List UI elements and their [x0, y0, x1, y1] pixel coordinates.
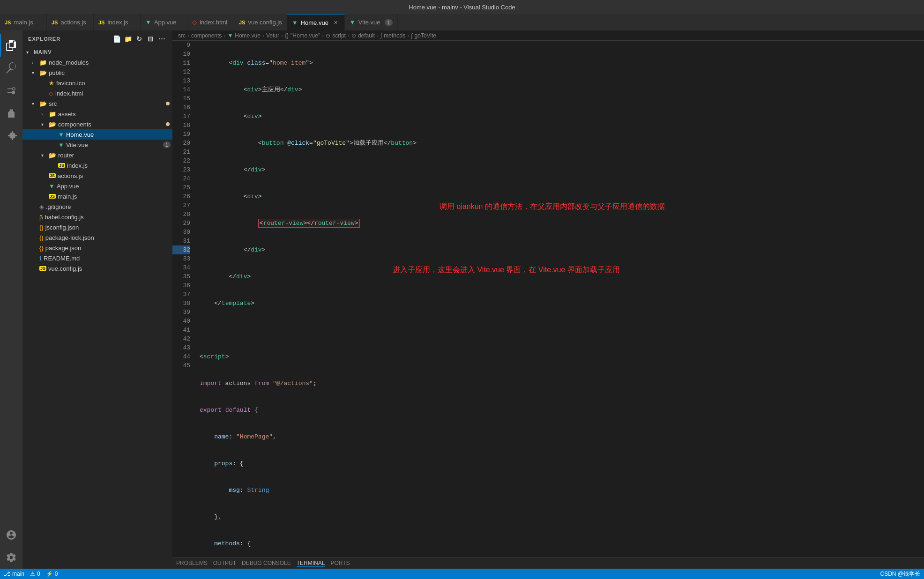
tree-item-label: favicon.ico	[56, 80, 172, 87]
activity-accounts[interactable]	[0, 524, 22, 546]
tree-item-label: Home.vue	[66, 131, 172, 138]
tree-item-label: App.vue	[57, 183, 172, 190]
collapse-all-button[interactable]: ⊟	[146, 34, 156, 44]
editor-content[interactable]: 9 10 11 12 13 14 15 16 17 18 19 20 21 22…	[172, 41, 924, 557]
breadcrumb-part: components	[191, 32, 222, 39]
breadcrumb-part: ∫	[380, 32, 382, 39]
tab-index-js[interactable]: JS index.js	[94, 14, 141, 30]
modified-dot	[166, 122, 170, 126]
terminal-tab[interactable]: TERMINAL	[297, 560, 325, 567]
activity-search[interactable]	[0, 57, 22, 79]
tree-main-js[interactable]: JS main.js	[22, 191, 172, 201]
tree-package-lock[interactable]: {} package-lock.json	[22, 232, 172, 243]
line-numbers: 9 10 11 12 13 14 15 16 17 18 19 20 21 22…	[172, 41, 196, 557]
tree-components[interactable]: ▾ 📂 components	[22, 119, 172, 129]
vue-icon: ▼	[292, 19, 298, 26]
more-button[interactable]: ···	[157, 34, 167, 44]
tree-src[interactable]: ▾ 📂 src	[22, 98, 172, 109]
code-line-21: import actions from "@/actions";	[200, 379, 924, 388]
title-bar: Home.vue - mainv - Visual Studio Code	[0, 0, 924, 14]
ports-tab[interactable]: PORTS	[330, 560, 350, 566]
tree-vue-config-js[interactable]: JS vue.config.js	[22, 263, 172, 274]
tab-label: main.js	[14, 19, 33, 26]
router-view-highlight: <router-view></router-view>	[258, 219, 360, 228]
tree-favicon[interactable]: ★ favicon.ico	[22, 78, 172, 88]
breadcrumb-part: ▼	[227, 32, 233, 39]
tree-item-label: index.html	[55, 90, 172, 97]
html-icon: ◇	[192, 19, 197, 26]
tree-index-html-public[interactable]: ◇ index.html	[22, 88, 172, 98]
activity-run-debug[interactable]	[0, 102, 22, 124]
arrow-icon: ›	[41, 111, 49, 117]
refresh-button[interactable]: ↻	[135, 34, 144, 44]
tab-vue-config-js[interactable]: JS vue.config.js	[234, 14, 287, 30]
tab-vite-vue[interactable]: ▼ Vite.vue 1	[345, 14, 398, 30]
arrow-icon: ▾	[26, 50, 34, 55]
tree-public[interactable]: ▾ 📂 public	[22, 67, 172, 78]
code-line-23: name: "HomePage",	[200, 432, 924, 441]
tab-main-js[interactable]: JS main.js	[0, 14, 47, 30]
tab-close-button[interactable]: ✕	[332, 19, 340, 26]
tree-item-label: jsconfig.json	[45, 224, 172, 231]
vue-icon: ▼	[350, 19, 356, 26]
vue-icon: ▼	[58, 131, 64, 138]
tab-index-html[interactable]: ◇ index.html	[187, 14, 234, 30]
tree-router[interactable]: ▾ 📂 router	[22, 150, 172, 160]
git-branch-status[interactable]: ⎇ main	[4, 571, 24, 577]
tree-item-label: Vite.vue	[66, 141, 163, 148]
tree-readme[interactable]: ℹ README.md	[22, 253, 172, 263]
json-icon: {}	[39, 234, 44, 241]
tree-home-vue[interactable]: ▼ Home.vue	[22, 129, 172, 140]
tree-babel-config[interactable]: β babel.config.js	[22, 212, 172, 222]
activity-bar	[0, 30, 22, 569]
tree-item-label: public	[49, 69, 172, 76]
js-icon: JS	[58, 163, 65, 168]
tree-item-label: components	[58, 121, 166, 128]
activity-explorer[interactable]	[0, 34, 22, 57]
code-line-13: </div>	[200, 165, 924, 174]
js-icon: JS	[52, 20, 58, 25]
sidebar-actions: 📄 📁 ↻ ⊟ ···	[112, 34, 167, 44]
tree-package-json[interactable]: {} package.json	[22, 243, 172, 253]
babel-icon: β	[39, 214, 43, 221]
tab-label: Home.vue	[301, 19, 328, 26]
tree-jsconfig[interactable]: {} jsconfig.json	[22, 222, 172, 232]
activity-source-control[interactable]	[0, 79, 22, 102]
tree-actions-js[interactable]: JS actions.js	[22, 171, 172, 181]
warnings-status[interactable]: ⚡ 0	[46, 571, 58, 577]
tab-home-vue[interactable]: ▼ Home.vue ✕	[287, 14, 345, 30]
tab-app-vue[interactable]: ▼ App.vue	[141, 14, 187, 30]
new-file-button[interactable]: 📄	[112, 34, 122, 44]
annotation-qiankun: 调用 qiankun 的通信方法，在父应用内部改变与父子应用通信的数据	[440, 202, 665, 211]
tree-app-vue[interactable]: ▼ App.vue	[22, 181, 172, 191]
tab-actions-js[interactable]: JS actions.js	[47, 14, 94, 30]
warning-icon: ⚡	[46, 571, 53, 577]
folder-open-icon: 📂	[39, 69, 47, 76]
tree-vite-vue[interactable]: ▼ Vite.vue 1	[22, 140, 172, 150]
debug-console-tab[interactable]: DEBUG CONSOLE	[242, 560, 291, 566]
js-icon: JS	[39, 266, 46, 271]
tree-item-label: package.json	[45, 245, 172, 252]
tree-item-label: node_modules	[49, 59, 172, 66]
tree-gitignore[interactable]: ◈ .gitignore	[22, 201, 172, 212]
tree-item-label: package-lock.json	[45, 234, 172, 241]
errors-status[interactable]: ⚠ 0	[30, 571, 40, 577]
tree-node-modules[interactable]: › 📁 node_modules	[22, 57, 172, 67]
folder-open-icon: 📂	[39, 100, 47, 107]
sidebar-title: EXPLORER	[28, 36, 60, 42]
error-icon: ⚠	[30, 571, 35, 577]
sidebar: EXPLORER 📄 📁 ↻ ⊟ ··· ▾ MAINV › 📁 node_mo…	[22, 30, 172, 569]
tree-router-index-js[interactable]: JS index.js	[22, 160, 172, 171]
tab-label: Vite.vue	[358, 19, 380, 26]
activity-settings[interactable]	[0, 546, 22, 569]
new-folder-button[interactable]: 📁	[124, 34, 133, 44]
js-icon: JS	[5, 20, 11, 25]
tab-label: actions.js	[60, 19, 86, 26]
tree-root[interactable]: ▾ MAINV	[22, 47, 172, 57]
output-tab[interactable]: OUTPUT	[213, 560, 236, 566]
activity-extensions[interactable]	[0, 124, 22, 147]
code-editor[interactable]: <div class="home-item"> <div>主应用</div> <…	[196, 41, 924, 557]
star-icon: ★	[49, 80, 54, 87]
tree-assets[interactable]: › 📁 assets	[22, 109, 172, 119]
problems-tab[interactable]: PROBLEMS	[176, 560, 208, 566]
